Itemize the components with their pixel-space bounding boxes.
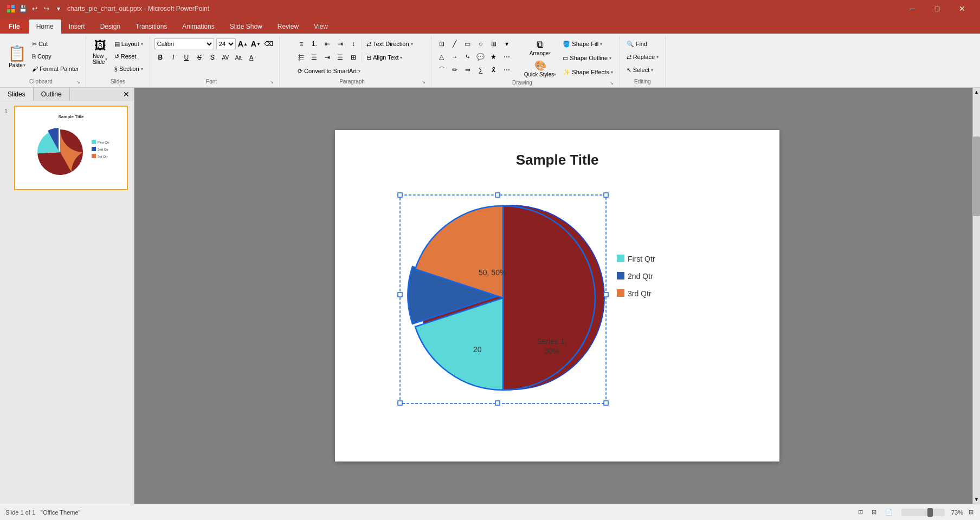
line-btn[interactable]: ╱ — [449, 38, 461, 50]
scroll-track[interactable] — [973, 96, 980, 495]
block-arrow-btn[interactable]: ⇒ — [462, 64, 474, 76]
arrow-btn[interactable]: → — [449, 51, 461, 63]
align-center-btn[interactable]: ☰ — [308, 51, 320, 63]
slide-canvas[interactable]: Sample Title — [335, 130, 779, 461]
shapes-more-btn[interactable]: ⊞ — [488, 38, 500, 50]
tab-home[interactable]: Home — [29, 20, 61, 34]
quick-styles-button[interactable]: 🎨 Quick Styles ▾ — [522, 58, 559, 79]
tab-animations[interactable]: Animations — [175, 20, 222, 34]
font-expand[interactable]: ↘ — [268, 79, 274, 85]
zoom-fit-btn[interactable]: ⊞ — [968, 508, 975, 517]
tab-slides[interactable]: Slides — [0, 88, 34, 101]
slide-canvas-area[interactable]: Sample Title — [134, 88, 980, 504]
handle-tm[interactable] — [495, 193, 500, 197]
star-btn[interactable]: ★ — [488, 51, 500, 63]
clear-format-btn[interactable]: ⌫ — [263, 38, 275, 50]
customize-btn[interactable]: ▾ — [53, 3, 64, 14]
handle-tl[interactable] — [398, 193, 402, 197]
oval-btn[interactable]: ○ — [475, 38, 487, 50]
copy-button[interactable]: ⎘ Copy — [30, 50, 81, 62]
bullets-btn[interactable]: ≡ — [295, 38, 307, 50]
underline-btn[interactable]: U — [180, 51, 192, 63]
bold-btn[interactable]: B — [154, 51, 166, 63]
paste-dropdown[interactable]: ▾ — [23, 63, 25, 68]
callout-btn[interactable]: 💬 — [475, 51, 487, 63]
handle-bl[interactable] — [398, 401, 402, 405]
dec-indent-btn[interactable]: ⇤ — [321, 38, 333, 50]
decrease-font-btn[interactable]: A▼ — [250, 38, 262, 50]
shape-effects-button[interactable]: ✨ Shape Effects ▾ — [560, 66, 615, 78]
rect-btn[interactable]: ▭ — [462, 38, 474, 50]
handle-mr[interactable] — [604, 292, 608, 297]
new-slide-dropdown[interactable]: ▾ — [105, 57, 107, 62]
cut-button[interactable]: ✂ Cut — [30, 38, 81, 50]
numbering-btn[interactable]: 1. — [308, 38, 320, 50]
align-right-btn[interactable]: ⇥ — [321, 51, 333, 63]
zoom-thumb[interactable] — [927, 508, 933, 517]
strikethrough-btn[interactable]: S — [194, 51, 205, 63]
chart-area[interactable]: 50, 50% 20 Series 1, 30% — [378, 184, 736, 439]
close-btn[interactable]: ✕ — [950, 0, 975, 17]
maximize-btn[interactable]: □ — [925, 0, 950, 17]
tab-transitions[interactable]: Transitions — [128, 20, 175, 34]
view-reading-btn[interactable]: 📄 — [883, 508, 895, 517]
arc-btn[interactable]: ⌒ — [436, 64, 448, 76]
paste-button[interactable]: 📋 Paste ▾ — [7, 43, 28, 69]
change-case-btn[interactable]: Aa — [233, 51, 244, 63]
shape-more3-btn[interactable]: ⋯ — [501, 64, 513, 76]
redo-btn[interactable]: ↪ — [41, 3, 52, 14]
font-size-select[interactable]: 24 — [216, 38, 236, 49]
drawing-expand[interactable]: ↘ — [609, 80, 615, 86]
increase-font-btn[interactable]: A▲ — [237, 38, 249, 50]
slide-thumbnail-1[interactable]: Sample Title — [14, 106, 128, 190]
equation-btn[interactable]: ∑ — [475, 64, 487, 76]
view-normal-btn[interactable]: ⊡ — [856, 508, 865, 517]
tab-outline[interactable]: Outline — [34, 88, 70, 101]
scroll-up-btn[interactable]: ▲ — [972, 88, 980, 96]
handle-br[interactable] — [604, 401, 608, 405]
reset-button[interactable]: ↺ Reset — [112, 50, 145, 62]
para-expand[interactable]: ↘ — [420, 79, 426, 85]
shape-fill-button[interactable]: 🪣 Shape Fill ▾ — [560, 38, 615, 50]
view-slide-sorter-btn[interactable]: ⊞ — [869, 508, 879, 517]
font-color-btn[interactable]: A — [246, 51, 257, 63]
text-box-btn[interactable]: ⊡ — [436, 38, 448, 50]
zoom-slider[interactable] — [901, 509, 945, 516]
save-btn[interactable]: 💾 — [17, 3, 28, 14]
format-painter-button[interactable]: 🖌 Format Painter — [30, 63, 81, 75]
arrange-button[interactable]: ⧉ Arrange ▾ — [522, 38, 559, 57]
handle-tr[interactable] — [604, 193, 608, 197]
columns-btn[interactable]: ⊞ — [347, 51, 359, 63]
find-button[interactable]: 🔍 Find — [624, 38, 661, 50]
align-text-btn[interactable]: ⊟ Align Text ▾ — [364, 51, 405, 63]
shape-more2-btn[interactable]: ⋯ — [501, 51, 513, 63]
shapes-dropdown[interactable]: ▾ — [501, 38, 513, 50]
minimize-btn[interactable]: ─ — [900, 0, 925, 17]
panel-close-btn[interactable]: ✕ — [119, 88, 134, 101]
vertical-scrollbar[interactable]: ▲ ▼ — [972, 88, 980, 504]
tab-review[interactable]: Review — [270, 20, 306, 34]
shadow-btn[interactable]: S — [207, 51, 218, 63]
undo-btn[interactable]: ↩ — [29, 3, 40, 14]
tab-insert[interactable]: Insert — [61, 20, 93, 34]
inc-indent-btn[interactable]: ⇥ — [334, 38, 346, 50]
font-family-select[interactable]: Calibri — [154, 38, 214, 49]
char-spacing-btn[interactable]: AV — [220, 51, 231, 63]
justify-btn[interactable]: ☰ — [334, 51, 346, 63]
select-button[interactable]: ↖ Select ▾ — [624, 64, 661, 76]
handle-ml[interactable] — [398, 292, 402, 297]
align-left-btn[interactable]: ⬱ — [295, 51, 307, 63]
clipboard-expand[interactable]: ↘ — [75, 79, 81, 85]
tab-slideshow[interactable]: Slide Show — [222, 20, 270, 34]
italic-btn[interactable]: I — [167, 51, 179, 63]
new-slide-button[interactable]: 🖼 NewSlide ▾ — [91, 38, 110, 66]
replace-button[interactable]: ⇄ Replace ▾ — [624, 51, 661, 63]
tab-design[interactable]: Design — [93, 20, 128, 34]
text-direction-btn[interactable]: ⇄ Text Direction ▾ — [364, 38, 415, 50]
section-button[interactable]: § Section ▾ — [112, 63, 145, 75]
scroll-down-btn[interactable]: ▼ — [972, 495, 980, 504]
layout-button[interactable]: ▤ Layout ▾ — [112, 38, 145, 50]
convert-smartart-btn[interactable]: ⟳ Convert to SmartArt ▾ — [295, 65, 363, 77]
freeform-btn[interactable]: ✏ — [449, 64, 461, 76]
ribbon-btn[interactable]: 🎗 — [488, 64, 500, 76]
